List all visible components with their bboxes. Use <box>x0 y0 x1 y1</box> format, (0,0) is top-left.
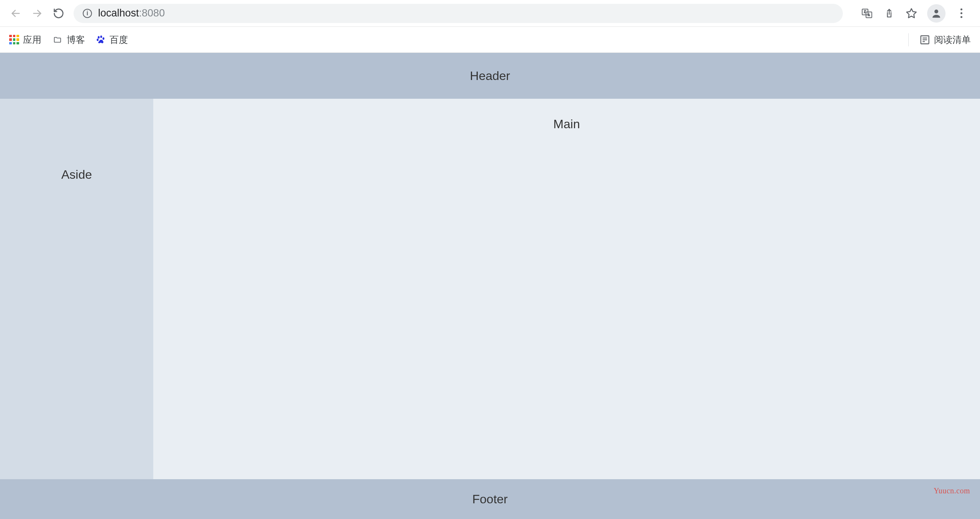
toolbar-right <box>860 4 971 23</box>
forward-button[interactable] <box>31 7 44 20</box>
layout-footer: Footer <box>0 479 980 519</box>
apps-label: 应用 <box>23 34 41 46</box>
bookmarks-bar: 应用 博客 百度 阅读清单 <box>0 27 980 53</box>
star-icon <box>906 8 917 19</box>
svg-point-6 <box>98 36 100 39</box>
svg-marker-4 <box>907 8 916 18</box>
reading-list-label: 阅读清单 <box>934 34 971 46</box>
svg-point-7 <box>100 35 102 38</box>
reload-button[interactable] <box>52 7 65 20</box>
footer-text: Footer <box>472 492 508 506</box>
profile-button[interactable] <box>927 4 946 23</box>
layout-main: Main <box>153 99 980 479</box>
browser-toolbar: i localhost:8080 <box>0 0 980 27</box>
reload-icon <box>53 8 64 19</box>
bookmarks-right: 阅读清单 <box>908 33 971 46</box>
baidu-paw-icon <box>96 35 106 45</box>
translate-button[interactable] <box>860 7 873 20</box>
folder-icon <box>52 36 63 44</box>
arrow-left-icon <box>10 8 21 19</box>
bookmark-blog[interactable]: 博客 <box>52 34 85 46</box>
share-button[interactable] <box>883 7 896 20</box>
bookmark-baidu-label: 百度 <box>110 34 128 46</box>
person-icon <box>931 8 942 19</box>
url-host: localhost <box>98 7 139 19</box>
share-icon <box>884 8 895 19</box>
viewport: Header Aside Main Footer Yuucn.com <box>0 53 980 519</box>
reading-list-button[interactable]: 阅读清单 <box>919 34 971 46</box>
divider <box>908 33 909 46</box>
layout-aside: Aside <box>0 99 153 479</box>
header-text: Header <box>470 69 510 83</box>
svg-point-5 <box>934 10 938 13</box>
bookmark-baidu[interactable]: 百度 <box>96 34 128 46</box>
site-info-icon[interactable]: i <box>83 9 92 18</box>
svg-point-8 <box>103 37 105 40</box>
url-port: :8080 <box>139 7 165 19</box>
main-text: Main <box>553 117 580 131</box>
bookmark-blog-label: 博客 <box>67 34 85 46</box>
url-text: localhost:8080 <box>98 7 165 19</box>
back-button[interactable] <box>9 7 22 20</box>
reading-list-icon <box>919 34 930 45</box>
aside-text: Aside <box>61 168 92 182</box>
layout-container: Header Aside Main Footer <box>0 53 980 519</box>
layout-header: Header <box>0 53 980 99</box>
layout-body: Aside Main <box>0 99 980 479</box>
chrome-menu-button[interactable] <box>955 7 968 20</box>
apps-grid-icon <box>9 35 19 45</box>
translate-icon <box>861 8 873 19</box>
bookmark-star-button[interactable] <box>905 7 918 20</box>
svg-point-9 <box>97 38 98 41</box>
watermark: Yuucn.com <box>934 486 970 495</box>
arrow-right-icon <box>32 8 43 19</box>
address-bar[interactable]: i localhost:8080 <box>74 4 843 23</box>
apps-shortcut[interactable]: 应用 <box>9 34 41 46</box>
kebab-icon <box>960 8 962 18</box>
